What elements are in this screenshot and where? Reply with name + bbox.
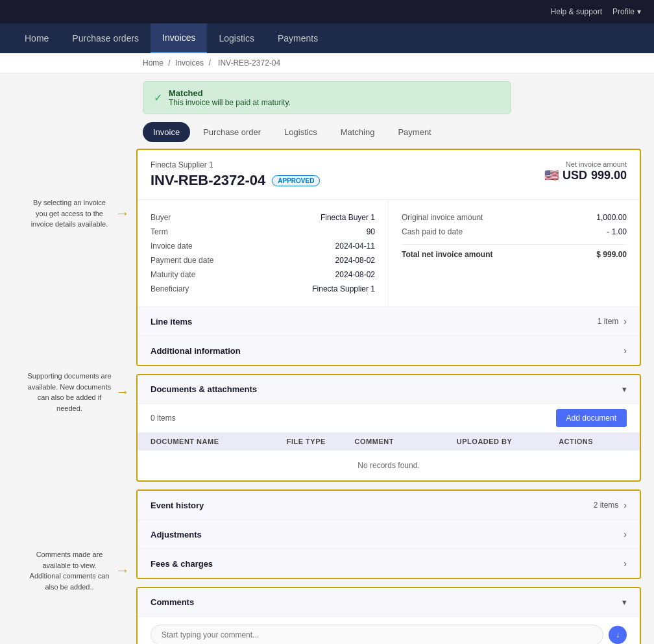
nav-purchase-orders[interactable]: Purchase orders	[60, 23, 151, 53]
banner-subtitle: This invoice will be paid at maturity.	[169, 98, 291, 107]
adjustments-header[interactable]: Adjustments ›	[138, 520, 640, 549]
col-file-type: FILE TYPE	[287, 438, 355, 445]
invoice-details-left: Buyer Finecta Buyer 1 Term 90 Invoice da…	[138, 200, 389, 306]
event-history-section: Event history 2 items ›	[138, 491, 640, 519]
event-history-chevron-icon: ›	[624, 500, 627, 510]
additional-info-header[interactable]: Additional information ›	[138, 336, 640, 365]
invoice-card: Finecta Supplier 1 INV-REB-2372-04 APPRO…	[136, 149, 641, 366]
tab-matching[interactable]: Matching	[330, 122, 385, 142]
nav-items: Home Purchase orders Invoices Logistics …	[13, 23, 330, 53]
annotation-comments: Comments made are available to view. Add…	[13, 506, 130, 636]
comments-chevron-icon: ▾	[622, 597, 627, 607]
breadcrumb-home[interactable]: Home	[143, 58, 164, 68]
additional-info-chevron-icon: ›	[624, 345, 627, 356]
breadcrumb-sep1: /	[168, 58, 170, 68]
tab-purchase-order[interactable]: Purchase order	[193, 122, 271, 142]
annotation-invoice-arrow: →	[115, 205, 130, 222]
topbar: Help & support Profile ▾	[0, 0, 654, 23]
col-comment: COMMENT	[355, 438, 457, 445]
banner-title: Matched	[169, 88, 291, 98]
line-items-header[interactable]: Line items 1 item ›	[138, 307, 640, 336]
net-amount-value: 999.00	[591, 169, 627, 182]
detail-maturity: Maturity date 2024-08-02	[151, 267, 375, 282]
page: Help & support Profile ▾ Home Purchase o…	[0, 0, 654, 644]
documents-count-row: 0 items Add document	[138, 404, 640, 432]
fees-charges-header[interactable]: Fees & charges ›	[138, 549, 640, 578]
help-support-link[interactable]: Help & support	[551, 7, 602, 16]
detail-buyer: Buyer Finecta Buyer 1	[151, 210, 375, 225]
approved-badge: APPROVED	[272, 175, 320, 186]
event-history-header[interactable]: Event history 2 items ›	[138, 491, 640, 519]
detail-payment-due: Payment due date 2024-08-02	[151, 253, 375, 267]
col-uploaded-by: UPLOADED BY	[457, 438, 559, 445]
add-document-button[interactable]: Add document	[556, 409, 627, 427]
annotation-documents-text: Supporting documents are available. New …	[27, 371, 112, 414]
profile-menu[interactable]: Profile ▾	[612, 7, 641, 16]
total-amount-row: Total net invoice amount $ 999.00	[402, 244, 627, 262]
documents-count: 0 items	[151, 414, 176, 423]
detail-term: Term 90	[151, 225, 375, 239]
success-banner: ✓ Matched This invoice will be paid at m…	[143, 81, 511, 114]
comments-card: Comments ▾ ↓ S SP Read Only (Finecta Buy…	[136, 587, 641, 644]
profile-label: Profile	[612, 7, 635, 16]
banner-content: Matched This invoice will be paid at mat…	[169, 88, 291, 107]
send-icon: ↓	[616, 630, 620, 639]
navbar: Home Purchase orders Invoices Logistics …	[0, 23, 654, 53]
breadcrumb-current: INV-REB-2372-04	[218, 58, 280, 68]
check-icon: ✓	[154, 92, 162, 104]
currency-code: USD	[563, 169, 587, 182]
comments-title: Comments	[151, 597, 194, 607]
annotation-invoice: By selecting an invoice you get access t…	[13, 149, 130, 279]
fees-charges-chevron-icon: ›	[624, 558, 627, 569]
line-items-chevron-icon: ›	[624, 316, 627, 327]
invoice-header: Finecta Supplier 1 INV-REB-2372-04 APPRO…	[138, 150, 640, 200]
comments-header: Comments ▾	[138, 588, 640, 617]
tabs-bar: Invoice Purchase order Logistics Matchin…	[143, 122, 511, 142]
invoice-details-right: Original invoice amount 1,000.00 Cash pa…	[389, 200, 640, 306]
adjustments-section: Adjustments ›	[138, 519, 640, 549]
breadcrumb-invoices[interactable]: Invoices	[175, 58, 204, 68]
nav-invoices[interactable]: Invoices	[151, 23, 207, 53]
lower-sections-card: Event history 2 items › Adjustments	[136, 489, 641, 579]
annotation-comments-arrow: →	[115, 562, 130, 579]
annotations-sidebar: By selecting an invoice you get access t…	[6, 149, 136, 644]
breadcrumb: Home / Invoices / INV-REB-2372-04	[0, 53, 654, 73]
documents-header: Documents & attachments ▾	[138, 375, 640, 404]
detail-invoice-date: Invoice date 2024-04-11	[151, 239, 375, 253]
fees-charges-section: Fees & charges ›	[138, 549, 640, 578]
col-actions: ACTIONS	[559, 438, 627, 445]
comment-input-row: ↓	[138, 617, 640, 644]
documents-card: Documents & attachments ▾ 0 items Add do…	[136, 374, 641, 482]
currency-flag-icon: 🇺🇸	[544, 168, 559, 182]
annotation-comments-text: Comments made are available to view. Add…	[27, 549, 112, 592]
tab-invoice[interactable]: Invoice	[143, 122, 190, 142]
comment-send-button[interactable]: ↓	[609, 626, 627, 644]
additional-info-section: Additional information ›	[138, 336, 640, 365]
breadcrumb-sep2: /	[208, 58, 210, 68]
annotation-invoice-text: By selecting an invoice you get access t…	[27, 197, 112, 230]
col-document-name: DOCUMENT NAME	[151, 438, 287, 445]
adjustments-chevron-icon: ›	[624, 529, 627, 539]
comment-input[interactable]	[151, 625, 603, 644]
profile-chevron-icon: ▾	[637, 7, 641, 16]
tab-payment[interactable]: Payment	[387, 122, 441, 142]
annotation-documents: Supporting documents are available. New …	[13, 279, 130, 506]
supplier-name: Finecta Supplier 1	[151, 160, 320, 169]
documents-empty-state: No records found.	[138, 451, 640, 480]
main-content: Finecta Supplier 1 INV-REB-2372-04 APPRO…	[136, 149, 648, 644]
documents-title: Documents & attachments	[151, 384, 257, 394]
documents-chevron-icon: ▾	[622, 384, 627, 394]
nav-home[interactable]: Home	[13, 23, 60, 53]
nav-logistics[interactable]: Logistics	[207, 23, 265, 53]
original-amount-row: Original invoice amount 1,000.00	[402, 210, 627, 225]
annotation-documents-arrow: →	[115, 384, 130, 401]
detail-beneficiary: Beneficiary Finecta Supplier 1	[151, 282, 375, 296]
cash-paid-row: Cash paid to date - 1.00	[402, 225, 627, 239]
net-label: Net invoice amount	[544, 160, 627, 168]
invoice-details-grid: Buyer Finecta Buyer 1 Term 90 Invoice da…	[138, 200, 640, 306]
documents-table-header: DOCUMENT NAME FILE TYPE COMMENT UPLOADED…	[138, 432, 640, 451]
invoice-id: INV-REB-2372-04	[151, 172, 265, 189]
tab-logistics[interactable]: Logistics	[274, 122, 328, 142]
line-items-section: Line items 1 item ›	[138, 306, 640, 336]
nav-payments[interactable]: Payments	[266, 23, 330, 53]
